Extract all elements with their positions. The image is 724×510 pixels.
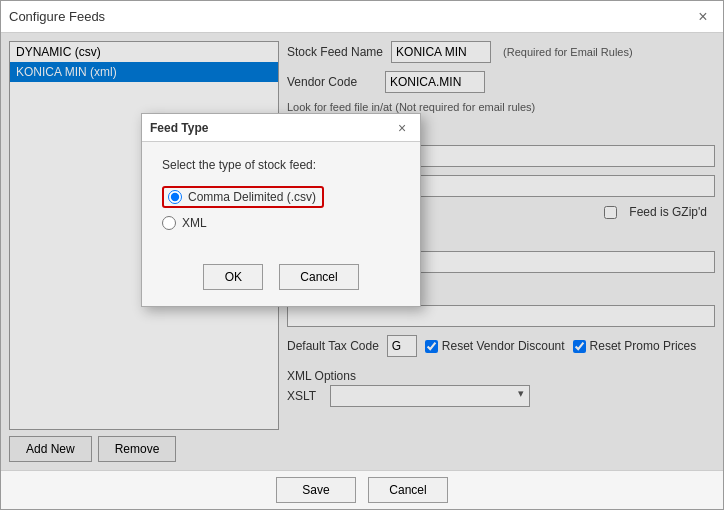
xml-radio[interactable] xyxy=(162,216,176,230)
modal-instruction: Select the type of stock feed: xyxy=(162,158,400,172)
modal-cancel-button[interactable]: Cancel xyxy=(279,264,358,290)
xml-option[interactable]: XML xyxy=(162,216,400,230)
xml-radio-label: XML xyxy=(182,216,207,230)
title-bar: Configure Feeds × xyxy=(1,1,723,33)
modal-title-bar: Feed Type × xyxy=(142,114,420,142)
modal-title: Feed Type xyxy=(150,121,208,135)
save-button[interactable]: Save xyxy=(276,477,356,503)
modal-close-button[interactable]: × xyxy=(392,118,412,138)
csv-option-border: Comma Delimited (.csv) xyxy=(162,186,324,208)
modal-body: Select the type of stock feed: Comma Del… xyxy=(142,142,420,254)
main-content: DYNAMIC (csv) KONICA MIN (xml) Add New R… xyxy=(1,33,723,470)
modal-buttons: OK Cancel xyxy=(142,254,420,306)
configure-feeds-window: Configure Feeds × DYNAMIC (csv) KONICA M… xyxy=(0,0,724,510)
modal-overlay: Feed Type × Select the type of stock fee… xyxy=(1,33,723,470)
csv-radio[interactable] xyxy=(168,190,182,204)
window-close-button[interactable]: × xyxy=(691,5,715,29)
feed-type-modal: Feed Type × Select the type of stock fee… xyxy=(141,113,421,307)
cancel-button[interactable]: Cancel xyxy=(368,477,448,503)
csv-radio-label: Comma Delimited (.csv) xyxy=(188,190,316,204)
bottom-bar: Save Cancel xyxy=(1,470,723,509)
window-title: Configure Feeds xyxy=(9,9,105,24)
csv-option[interactable]: Comma Delimited (.csv) xyxy=(162,186,400,208)
modal-ok-button[interactable]: OK xyxy=(203,264,263,290)
